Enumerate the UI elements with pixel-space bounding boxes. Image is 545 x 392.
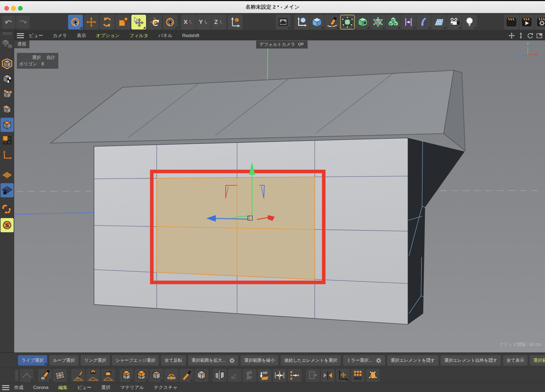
- split-button[interactable]: [213, 369, 226, 382]
- polygon-pen-button[interactable]: [38, 369, 52, 382]
- invert-all-button[interactable]: 全て反転: [161, 355, 186, 366]
- ring-selection-button[interactable]: リング選択: [81, 355, 110, 366]
- hide-selected-button[interactable]: 選択エレメントを隠す: [387, 355, 439, 366]
- spline-pen-button[interactable]: [325, 15, 340, 29]
- workplane-mode-button[interactable]: [1, 168, 14, 182]
- z-axis-lock-button[interactable]: Z: [211, 15, 226, 29]
- mograph-button[interactable]: [401, 15, 416, 29]
- weld-button[interactable]: [273, 369, 286, 382]
- toolbar-drag-handle[interactable]: [15, 370, 18, 381]
- coordinate-system-button[interactable]: [228, 15, 243, 29]
- snap-settings-button[interactable]: S: [1, 218, 14, 232]
- viewport-menu-icon[interactable]: [17, 33, 24, 38]
- lock-workplane-button[interactable]: [1, 183, 14, 197]
- close-hole-button[interactable]: [195, 369, 208, 382]
- active-tool-move-cursor[interactable]: [131, 15, 146, 29]
- slide-button[interactable]: [306, 369, 320, 382]
- brush-tool-button[interactable]: [71, 369, 85, 382]
- redo-button[interactable]: [16, 16, 29, 29]
- line-cut-button[interactable]: [228, 369, 241, 382]
- bottom-menu-icon[interactable]: [2, 385, 9, 390]
- axis-move-button[interactable]: [336, 369, 350, 382]
- orbit-view-icon[interactable]: [527, 32, 534, 39]
- menu-corona[interactable]: Corona: [33, 385, 49, 390]
- add-cube-button[interactable]: [310, 15, 324, 29]
- selection-tool-dropdown[interactable]: [163, 15, 178, 29]
- menu-options[interactable]: オプション: [96, 32, 120, 39]
- move-tool[interactable]: [84, 15, 99, 29]
- sharp-edge-selection-button[interactable]: シャープエッジ選択: [112, 355, 159, 366]
- snap-toggle-button[interactable]: [1, 203, 14, 217]
- gear-icon[interactable]: [229, 358, 235, 363]
- pan-view-icon[interactable]: [508, 32, 515, 39]
- render-to-picture-viewer-button[interactable]: [519, 15, 534, 29]
- point-mode-button[interactable]: [1, 87, 14, 101]
- select-connected-button[interactable]: 連続したエレメントを選択: [281, 355, 341, 366]
- camera-button[interactable]: [447, 15, 462, 29]
- gizmo-center-handle[interactable]: [248, 216, 252, 220]
- magnet-tool-button[interactable]: [86, 369, 100, 382]
- make-editable-button[interactable]: [1, 37, 14, 51]
- model-mode-button[interactable]: [1, 57, 14, 71]
- object-axes-button[interactable]: [294, 15, 309, 29]
- render-settings-button[interactable]: [535, 15, 545, 29]
- menu-material[interactable]: マテリアル: [120, 384, 144, 391]
- camera-label[interactable]: デフォルトカメラ: [256, 41, 308, 49]
- matrix-extrude-button[interactable]: [150, 369, 163, 382]
- bend-deformer-button[interactable]: [416, 15, 431, 29]
- mirror-selection-button[interactable]: ミラー選択...: [343, 355, 385, 366]
- create-point-button[interactable]: [20, 369, 34, 382]
- extrude-button[interactable]: [120, 369, 133, 382]
- menu-panel[interactable]: パネル: [158, 32, 172, 39]
- polygon-mode-button[interactable]: [1, 118, 14, 132]
- x-axis-lock-button[interactable]: X: [181, 15, 196, 29]
- enable-axis-button[interactable]: [1, 148, 14, 162]
- optimize-points-button[interactable]: [288, 369, 301, 382]
- light-button[interactable]: [462, 15, 477, 29]
- tweak-mode-button[interactable]: [1, 133, 14, 147]
- grow-selection-button[interactable]: 選択範囲を拡大...: [188, 355, 239, 366]
- menu-select[interactable]: 選択: [101, 384, 111, 391]
- hide-unselected-button[interactable]: 選択エレメント以外を隠す: [441, 355, 501, 366]
- menu-texture[interactable]: テクスチャ: [154, 384, 178, 391]
- render-view-clapper-button[interactable]: [504, 15, 519, 29]
- sidebar-drag-handle[interactable]: [2, 32, 12, 35]
- quadrangulate-button[interactable]: [53, 369, 67, 382]
- menu-view[interactable]: ビュー: [29, 32, 43, 39]
- scale-tool[interactable]: [116, 15, 130, 29]
- quantize-xyz-button[interactable]: XYZ: [351, 369, 365, 382]
- menu-view-bottom[interactable]: ビュー: [77, 384, 92, 391]
- iron-tool-button[interactable]: [101, 369, 115, 382]
- plane-cut-button[interactable]: [243, 369, 256, 382]
- volume-builder-button[interactable]: [386, 15, 401, 29]
- rotate-tool[interactable]: [100, 15, 114, 29]
- subdivision-surface-button[interactable]: [340, 15, 355, 29]
- loop-selection-button[interactable]: ループ選択: [49, 355, 78, 366]
- record-selection-button[interactable]: 選択範囲を記録: [530, 355, 545, 366]
- extrude-inner-button[interactable]: [135, 369, 148, 382]
- show-all-button[interactable]: 全て表示: [503, 355, 528, 366]
- menu-redshift[interactable]: Redshift: [182, 33, 199, 38]
- y-axis-lock-button[interactable]: Y: [196, 15, 211, 29]
- maximize-view-icon[interactable]: [536, 32, 543, 39]
- menu-edit[interactable]: 編集: [58, 384, 68, 391]
- live-selection-tool[interactable]: [68, 15, 83, 29]
- texture-mode-button[interactable]: [1, 72, 14, 86]
- axis-modify-tool[interactable]: [147, 15, 162, 29]
- menu-create[interactable]: 作成: [14, 384, 23, 391]
- menu-camera[interactable]: カメラ: [53, 32, 67, 39]
- floor-plane-button[interactable]: [432, 15, 446, 29]
- live-selection-button[interactable]: ライブ選択: [18, 355, 47, 366]
- deformer-points-button[interactable]: [371, 15, 385, 29]
- edge-mode-button[interactable]: [1, 102, 14, 117]
- view-mode-label[interactable]: 透視: [14, 40, 29, 48]
- mirror-tool-button[interactable]: [321, 369, 335, 382]
- viewport[interactable]: 透視 デフォルトカメラ 選択 合計 ポリゴン 8 Y X Z グリッド間隔 : …: [14, 40, 545, 352]
- align-normals-button[interactable]: [258, 369, 271, 382]
- dolly-view-icon[interactable]: [517, 32, 524, 39]
- shrink-selection-button[interactable]: 選択範囲を縮小: [241, 355, 278, 366]
- render-view-button[interactable]: [276, 15, 290, 29]
- menu-filter[interactable]: フィルタ: [129, 32, 149, 39]
- melt-button[interactable]: [366, 369, 380, 382]
- undo-button[interactable]: [2, 16, 15, 29]
